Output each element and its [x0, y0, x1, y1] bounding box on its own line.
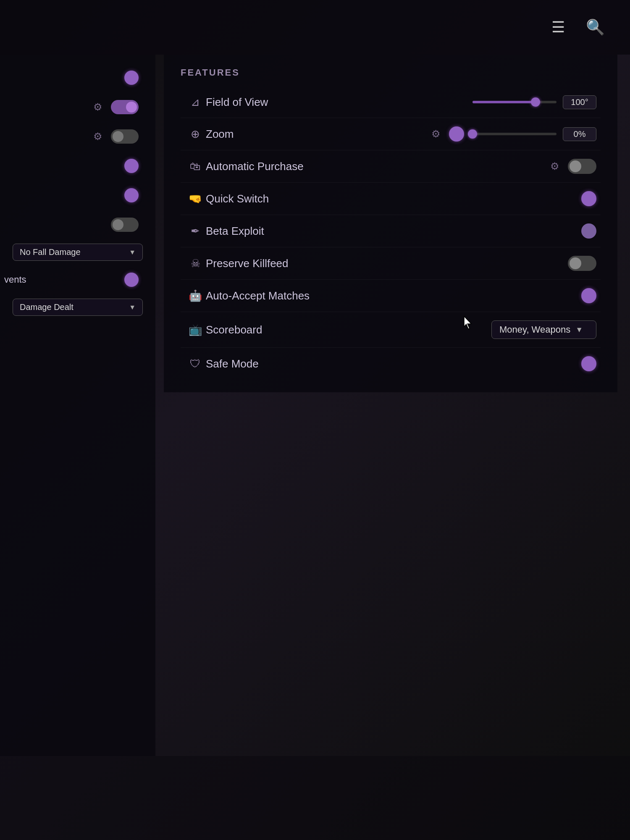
preserve-killfeed-knob: [570, 257, 581, 269]
left-toggle-6[interactable]: [111, 218, 139, 232]
left-toggle-3[interactable]: [111, 129, 139, 144]
quick-switch-name: Quick Switch: [206, 192, 581, 205]
events-label: vents: [4, 274, 26, 285]
no-fall-damage-dropdown[interactable]: No Fall Damage ▼: [13, 244, 143, 261]
auto-purchase-gear-icon[interactable]: ⚙: [550, 160, 559, 172]
feature-row-zoom: ⊕ Zoom ⚙ 0%: [181, 118, 601, 150]
quick-switch-dot[interactable]: [581, 191, 596, 206]
feature-row-scoreboard: 📺 Scoreboard Money, Weapons ▼: [181, 312, 601, 348]
feature-row-preserve-killfeed: ☠ Preserve Killfeed: [181, 247, 601, 280]
scoreboard-dropdown-value: Money, Weapons: [499, 324, 570, 335]
zoom-gear-icon[interactable]: ⚙: [431, 128, 441, 140]
gear-icon-2[interactable]: ⚙: [93, 101, 102, 113]
left-panel-item-3: ⚙: [0, 122, 155, 151]
events-dot[interactable]: [124, 273, 139, 287]
safe-mode-controls: [581, 356, 596, 371]
left-toggle-knob-6: [113, 219, 123, 230]
zoom-slider-track[interactable]: [472, 133, 556, 135]
menu-icon[interactable]: ☰: [551, 18, 565, 36]
automatic-purchase-controls: ⚙: [550, 159, 596, 174]
feature-row-field-of-view: ⊿ Field of View 100°: [181, 87, 601, 118]
preserve-killfeed-icon: ☠: [185, 257, 206, 270]
gear-icon-3[interactable]: ⚙: [93, 131, 102, 142]
top-bar: ☰ 🔍: [0, 0, 630, 55]
beta-exploit-icon: ✒: [185, 225, 206, 238]
feature-row-quick-switch: 🤜 Quick Switch: [181, 183, 601, 215]
field-of-view-icon: ⊿: [185, 96, 206, 109]
automatic-purchase-icon: 🛍: [185, 160, 206, 173]
damage-dealt-dropdown[interactable]: Damage Dealt ▼: [13, 299, 143, 316]
scoreboard-dropdown-arrow: ▼: [575, 326, 583, 334]
fov-slider-fill: [472, 101, 536, 103]
auto-accept-icon: 🤖: [185, 289, 206, 302]
fov-slider-track[interactable]: [472, 101, 556, 103]
beta-exploit-name: Beta Exploit: [206, 225, 581, 238]
left-toggle-knob-2: [126, 102, 137, 113]
feature-row-beta-exploit: ✒ Beta Exploit: [181, 215, 601, 247]
left-panel-item-events: vents: [0, 265, 155, 294]
left-toggle-knob-3: [113, 131, 123, 142]
left-panel-item-6: [0, 210, 155, 239]
left-panel-item-1: [0, 63, 155, 92]
safe-mode-name: Safe Mode: [206, 357, 581, 370]
automatic-purchase-knob: [570, 160, 581, 172]
safe-mode-icon: 🛡: [185, 357, 206, 370]
zoom-controls: ⚙ 0%: [431, 126, 596, 142]
beta-exploit-dot[interactable]: [581, 223, 596, 239]
scoreboard-name: Scoreboard: [206, 323, 491, 336]
automatic-purchase-toggle[interactable]: [568, 159, 596, 174]
preserve-killfeed-toggle[interactable]: [568, 256, 596, 271]
automatic-purchase-name: Automatic Purchase: [206, 160, 550, 173]
zoom-slider-thumb[interactable]: [468, 129, 477, 139]
damage-dealt-arrow: ▼: [129, 304, 136, 311]
feature-row-safe-mode: 🛡 Safe Mode: [181, 348, 601, 380]
no-fall-damage-label: No Fall Damage: [20, 247, 81, 257]
left-panel-item-4: [0, 151, 155, 181]
zoom-dot[interactable]: [449, 126, 464, 142]
bottom-area: [0, 756, 630, 840]
auto-accept-controls: [581, 288, 596, 303]
safe-mode-dot[interactable]: [581, 356, 596, 371]
auto-accept-dot[interactable]: [581, 288, 596, 303]
field-of-view-controls: 100°: [472, 95, 596, 109]
left-panel-item-2: ⚙: [0, 92, 155, 122]
damage-dealt-label: Damage Dealt: [20, 302, 74, 312]
section-label: FEATURES: [181, 67, 601, 78]
search-icon[interactable]: 🔍: [586, 18, 605, 36]
left-dot-5[interactable]: [124, 188, 139, 202]
left-dot-4[interactable]: [124, 159, 139, 173]
fov-slider-container: 100°: [472, 95, 596, 109]
zoom-icon: ⊕: [185, 128, 206, 141]
quick-switch-icon: 🤜: [185, 192, 206, 205]
left-dot-1[interactable]: [124, 71, 139, 85]
scoreboard-icon: 📺: [185, 323, 206, 336]
main-panel: FEATURES ⊿ Field of View 100° ⊕ Zoom ⚙: [164, 55, 617, 392]
zoom-name: Zoom: [206, 128, 431, 141]
preserve-killfeed-controls: [568, 256, 596, 271]
no-fall-damage-arrow: ▼: [129, 249, 136, 256]
field-of-view-name: Field of View: [206, 96, 472, 109]
fov-slider-value: 100°: [563, 95, 596, 109]
fov-slider-thumb[interactable]: [531, 97, 540, 107]
left-toggle-2[interactable]: [111, 100, 139, 114]
beta-exploit-controls: [581, 223, 596, 239]
feature-row-auto-accept: 🤖 Auto-Accept Matches: [181, 280, 601, 312]
left-panel: ⚙ ⚙ No Fall Damage ▼ vents Damage Dealt: [0, 55, 155, 756]
feature-row-automatic-purchase: 🛍 Automatic Purchase ⚙: [181, 150, 601, 183]
preserve-killfeed-name: Preserve Killfeed: [206, 257, 568, 270]
quick-switch-controls: [581, 191, 596, 206]
scoreboard-dropdown[interactable]: Money, Weapons ▼: [491, 320, 596, 339]
zoom-slider-container: 0%: [449, 126, 596, 142]
scoreboard-controls: Money, Weapons ▼: [491, 320, 596, 339]
left-panel-item-5: [0, 181, 155, 210]
auto-accept-name: Auto-Accept Matches: [206, 289, 581, 302]
zoom-slider-value: 0%: [563, 127, 596, 141]
